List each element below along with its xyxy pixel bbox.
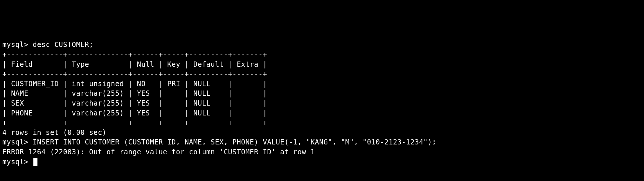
terminal-output: mysql> desc CUSTOMER;+-------------+----… — [2, 40, 642, 167]
result-summary: 4 rows in set (0.00 sec) — [2, 128, 642, 138]
cursor-icon — [33, 158, 37, 166]
table-row: | SEX | varchar(255) | YES | | NULL | | — [2, 99, 642, 108]
table-row: | PHONE | varchar(255) | YES | | NULL | … — [2, 108, 642, 118]
table-row: | NAME | varchar(255) | YES | | NULL | | — [2, 89, 642, 99]
desc-command: desc CUSTOMER; — [33, 41, 93, 49]
table-border-mid: +-------------+--------------+------+---… — [2, 69, 642, 79]
table-border-top: +-------------+--------------+------+---… — [2, 50, 642, 60]
mysql-prompt: mysql> — [2, 138, 33, 146]
mysql-prompt: mysql> — [2, 41, 33, 49]
insert-command: INSERT INTO CUSTOMER (CUSTOMER_ID, NAME,… — [33, 138, 436, 146]
command-line-1: mysql> desc CUSTOMER; — [2, 40, 642, 50]
command-line-2: mysql> INSERT INTO CUSTOMER (CUSTOMER_ID… — [2, 137, 642, 147]
mysql-prompt: mysql> — [2, 158, 33, 166]
table-border-bot: +-------------+--------------+------+---… — [2, 118, 642, 128]
error-message: ERROR 1264 (22003): Out of range value f… — [2, 147, 642, 157]
command-line-3[interactable]: mysql> — [2, 157, 642, 167]
table-header-row: | Field | Type | Null | Key | Default | … — [2, 60, 642, 70]
table-row: | CUSTOMER_ID | int unsigned | NO | PRI … — [2, 79, 642, 89]
